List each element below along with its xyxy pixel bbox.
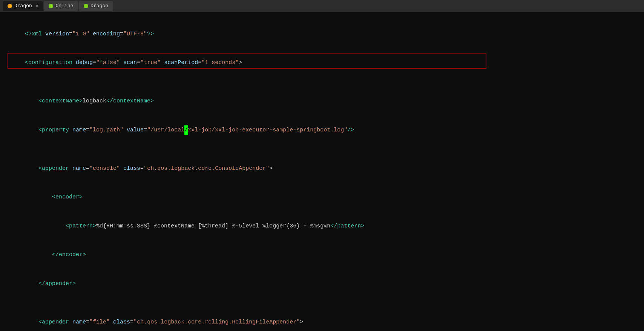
tab-label-online: Online: [55, 3, 73, 9]
code-line-1: <?xml version="1.0" encoding="UTF-8"?>: [11, 20, 633, 49]
code-line-appender-console: <appender name="console" class="ch.qos.l…: [11, 154, 633, 183]
tab-icon-online: [49, 4, 53, 8]
code-line-encoder-close: </encoder>: [11, 241, 633, 270]
editor-area: <?xml version="1.0" encoding="UTF-8"?> <…: [0, 12, 644, 331]
tab-label-dragon: Dragon: [14, 3, 32, 9]
code-line-2: <configuration debug="false" scan="true"…: [11, 49, 633, 78]
tab-dragon[interactable]: Dragon ✕: [3, 1, 43, 11]
tab-label-dragon2: Dragon: [90, 3, 108, 9]
tab-online[interactable]: Online: [44, 1, 78, 11]
code-line-pattern-console: <pattern>%d{HH:mm:ss.SSS} %contextName […: [11, 212, 633, 241]
tab-close-dragon[interactable]: ✕: [36, 3, 38, 8]
tab-icon-dragon: [8, 4, 12, 8]
code-line-appender-console-close: </appender>: [11, 269, 633, 298]
tab-bar: Dragon ✕ Online Dragon: [0, 0, 644, 12]
code-line-encoder-open: <encoder>: [11, 183, 633, 212]
code-line-context-name: <contextName>logback</contextName>: [11, 87, 633, 116]
code-line-appender-file: <appender name="file" class="ch.qos.logb…: [11, 308, 633, 331]
code-line-property: <property name="log.path" value="/usr/lo…: [11, 116, 633, 145]
tab-icon-dragon2: [84, 4, 88, 8]
tab-dragon2[interactable]: Dragon: [79, 1, 113, 11]
